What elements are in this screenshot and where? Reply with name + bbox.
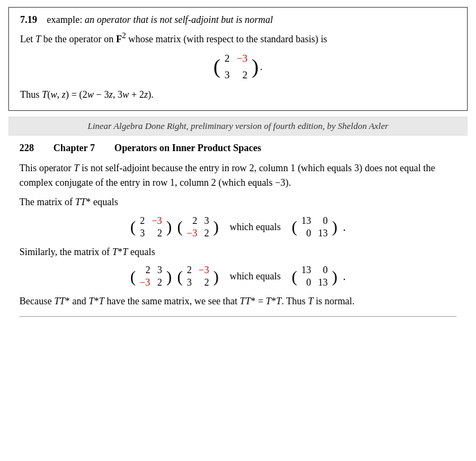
matrix-pair-1a: ( 2 −3 3 2 )	[130, 216, 172, 239]
pr1c: )	[332, 219, 337, 236]
page: 7.19 example: an operator that is not se…	[0, 7, 476, 324]
m1c-c: 0	[301, 228, 311, 239]
pr2c: )	[332, 269, 337, 286]
m1b-a: 2	[187, 216, 197, 227]
chapter-title-text: Operators on Inner Product Spaces	[114, 143, 261, 154]
citation-text: Linear Algebra Done Right, preliminary v…	[87, 121, 388, 131]
m1b-c: −3	[187, 228, 197, 239]
example-body: Let T be the operator on F2 whose matrix…	[20, 30, 456, 102]
dot-top: .	[260, 59, 263, 75]
tstar-t-equation: ( 2 3 −3 2 ) ( 2 −3 3 2 )	[19, 265, 457, 288]
m-d: 2	[236, 67, 247, 83]
pl1c: (	[292, 219, 297, 236]
mi2a: 2 3 −3 2	[137, 265, 165, 288]
m2b-b: −3	[199, 265, 209, 276]
page-number: 228	[19, 143, 34, 154]
m2c-b: 0	[318, 265, 328, 276]
paragraph-1: This operator T is not self-adjoint beca…	[19, 161, 457, 191]
m-c: 3	[224, 67, 230, 83]
pl1a: (	[130, 219, 136, 236]
dot-1: .	[343, 221, 346, 234]
example-label: example:	[47, 15, 82, 25]
m1c-b: 0	[318, 216, 328, 227]
matrix-pair-1c: ( 13 0 0 13 )	[292, 216, 337, 239]
mi1a: 2 −3 3 2	[137, 216, 165, 239]
mi1b: 2 3 −3 2	[184, 216, 212, 239]
m2a-a: 2	[140, 265, 150, 276]
which-equals-2: which equals	[230, 271, 281, 282]
intro-text: Let T be the operator on F2 whose matrix…	[20, 34, 327, 44]
chapter-label: Chapter 7	[53, 143, 95, 154]
example-number: 7.19	[20, 15, 37, 25]
citation-bar: Linear Algebra Done Right, preliminary v…	[8, 116, 468, 136]
m2b-d: 2	[199, 277, 209, 288]
tt-star-intro: The matrix of TT* equals	[19, 195, 457, 210]
tt-star-equation: ( 2 −3 3 2 ) ( 2 3 −3 2 )	[19, 216, 457, 239]
top-matrix-wrap: ( 2 −3 3 2 ) .	[213, 51, 263, 83]
example-box: 7.19 example: an operator that is not se…	[8, 7, 468, 111]
m2a-d: 2	[157, 277, 162, 288]
paren-left-top: (	[213, 56, 220, 77]
pl1b: (	[177, 219, 183, 236]
mi1c: 13 0 0 13	[299, 216, 330, 239]
mi2b: 2 −3 3 2	[184, 265, 212, 288]
m2c-a: 13	[301, 265, 311, 276]
pl2c: (	[292, 269, 297, 286]
m1b-b: 3	[204, 216, 209, 227]
example-title: 7.19 example: an operator that is not se…	[20, 15, 456, 26]
mi2c: 13 0 0 13	[299, 265, 330, 288]
m1a-b: −3	[152, 216, 162, 227]
dot-2: .	[343, 270, 346, 283]
matrix-pair-2b: ( 2 −3 3 2 )	[177, 265, 219, 288]
example-title-text: an operator that is not self-adjoint but…	[85, 15, 272, 25]
pl2b: (	[177, 269, 183, 286]
thus-line: Thus T(w, z) = (2w − 3z, 3w + 2z).	[20, 87, 456, 102]
matrix-pair-2c: ( 13 0 0 13 )	[292, 265, 337, 288]
pr1b: )	[213, 219, 219, 236]
m2c-d: 13	[318, 277, 328, 288]
m-b: −3	[236, 51, 247, 67]
m1a-d: 2	[152, 228, 162, 239]
matrix-pair-2a: ( 2 3 −3 2 )	[130, 265, 172, 288]
m1a-c: 3	[140, 228, 145, 239]
bottom-rule	[19, 316, 457, 317]
m2a-b: 3	[157, 265, 162, 276]
m-a: 2	[224, 51, 230, 67]
m1c-a: 13	[301, 216, 311, 227]
m1a-a: 2	[140, 216, 145, 227]
pr2b: )	[213, 269, 219, 286]
paren-right-top: )	[252, 56, 258, 77]
m2b-c: 3	[187, 277, 192, 288]
which-equals-1: which equals	[230, 222, 281, 233]
m2a-c: −3	[140, 277, 150, 288]
pr1a: )	[166, 219, 172, 236]
pl2a: (	[130, 269, 136, 286]
m2c-c: 0	[301, 277, 311, 288]
matrix-pair-1b: ( 2 3 −3 2 )	[177, 216, 219, 239]
top-matrix-display: ( 2 −3 3 2 ) .	[20, 51, 456, 83]
page-header: 228 Chapter 7 Operators on Inner Product…	[19, 143, 457, 154]
top-matrix-inner: 2 −3 3 2	[222, 51, 250, 83]
bottom-section: 228 Chapter 7 Operators on Inner Product…	[8, 136, 468, 324]
pr2a: )	[166, 269, 172, 286]
m1b-d: 2	[204, 228, 209, 239]
m2b-a: 2	[187, 265, 192, 276]
conclusion-text: Because TT* and T*T have the same matrix…	[19, 294, 457, 309]
tstar-t-intro: Similarly, the matrix of T*T equals	[19, 245, 457, 260]
m1c-d: 13	[318, 228, 328, 239]
